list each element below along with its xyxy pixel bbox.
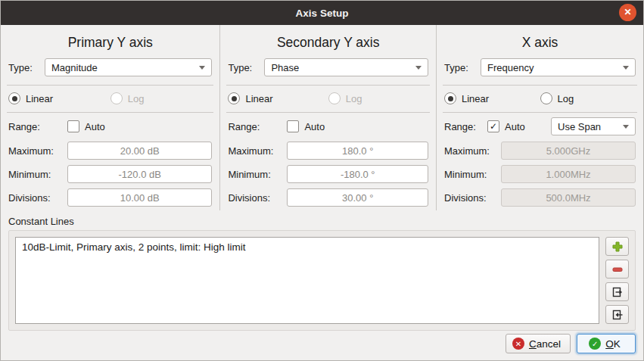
x-linear-radio[interactable]: Linear [444,92,540,104]
axis-columns: Primary Y axis Type: Magnitude Linear Lo… [1,25,643,210]
secondary-y-maximum-input[interactable] [287,142,428,160]
maximum-label: Maximum: [444,145,501,157]
chevron-down-icon [415,66,422,70]
close-icon: ✕ [624,4,631,21]
secondary-y-divisions-input[interactable] [287,188,428,207]
minimum-label: Minimum: [8,169,67,180]
constant-lines-toolbar [605,237,629,324]
primary-y-axis-section: Primary Y axis Type: Magnitude Linear Lo… [1,25,220,210]
secondary-y-minimum-input[interactable] [287,165,428,183]
export-lines-button[interactable] [605,282,629,301]
x-type-value: Frequency [487,62,534,73]
secondary-y-auto-checkbox[interactable]: Auto [287,120,325,132]
divider [226,112,430,113]
primary-y-axis-title: Primary Y axis [1,34,219,51]
x-span-value: Use Span [558,121,601,132]
divider [226,85,430,86]
range-label: Range: [8,121,67,132]
primary-y-linear-radio[interactable]: Linear [8,92,110,104]
cancel-button[interactable]: ✕ Cancel [506,334,571,353]
primary-y-log-radio: Log [110,92,145,104]
x-divisions-input [501,188,636,207]
secondary-y-log-radio: Log [328,92,362,104]
auto-label: Auto [304,121,325,132]
export-icon [611,285,624,299]
minimum-label: Minimum: [444,169,501,180]
ok-label: OK [605,338,621,350]
radio-icon [540,92,552,104]
auto-label: Auto [505,121,525,132]
type-label: Type: [8,62,45,73]
secondary-y-type-value: Phase [271,62,299,73]
import-lines-button[interactable] [605,305,629,324]
auto-label: Auto [85,121,105,132]
import-icon [611,308,624,322]
secondary-y-axis-title: Secondary Y axis [220,34,436,51]
x-axis-title: X axis [437,34,643,51]
radio-icon [328,92,341,104]
secondary-y-linear-radio[interactable]: Linear [228,92,328,104]
constant-lines-label: Constant Lines [8,216,643,227]
minimum-label: Minimum: [228,169,287,180]
maximum-label: Maximum: [8,145,67,157]
secondary-y-axis-section: Secondary Y axis Type: Phase Linear Log [220,25,437,210]
x-minimum-input [501,165,636,183]
log-label: Log [128,93,145,104]
x-type-dropdown[interactable]: Frequency [481,58,636,76]
divider [7,112,213,113]
chevron-down-icon [623,66,629,70]
add-line-button[interactable] [605,237,629,256]
checkbox-checked-icon: ✓ [487,120,499,132]
cancel-label: Cancel [529,338,561,350]
plus-icon [611,240,624,254]
divider [443,85,637,86]
type-label: Type: [228,62,264,73]
cancel-icon: ✕ [512,338,524,350]
footer: ✕ Cancel ✓ OK [1,327,643,360]
x-span-dropdown[interactable]: Use Span [551,117,636,135]
chevron-down-icon [623,125,629,129]
ok-icon: ✓ [589,338,601,350]
divisions-label: Divisions: [228,192,287,204]
ok-button[interactable]: ✓ OK [577,334,636,353]
constant-lines-list[interactable]: 10dB-Limit, Primary axis, 2 points, limi… [15,237,599,324]
type-label: Type: [444,62,481,73]
primary-y-divisions-input[interactable] [67,188,212,207]
x-auto-checkbox[interactable]: ✓ Auto [487,120,525,132]
primary-y-maximum-input[interactable] [67,142,212,160]
primary-y-minimum-input[interactable] [67,165,212,183]
linear-label: Linear [26,93,53,104]
minus-icon [611,263,624,276]
window-title: Axis Setup [296,8,349,19]
range-label: Range: [228,121,287,132]
axis-setup-dialog: Axis Setup ✕ Primary Y axis Type: Magnit… [0,0,644,361]
list-item[interactable]: 10dB-Limit, Primary axis, 2 points, limi… [22,241,593,253]
checkbox-icon [67,120,79,132]
primary-y-type-dropdown[interactable]: Magnitude [45,58,212,76]
x-maximum-input [501,142,636,160]
log-label: Log [558,93,574,104]
constant-lines-frame: 10dB-Limit, Primary axis, 2 points, limi… [8,230,636,331]
maximum-label: Maximum: [228,145,287,157]
primary-y-type-value: Magnitude [51,62,98,73]
linear-label: Linear [462,93,489,104]
checkbox-icon [287,120,299,132]
radio-icon [110,92,123,104]
range-label: Range: [444,121,487,132]
x-log-radio[interactable]: Log [540,92,574,104]
linear-label: Linear [245,93,272,104]
remove-line-button[interactable] [605,260,629,279]
secondary-y-type-dropdown[interactable]: Phase [264,58,428,76]
radio-selected-icon [8,92,20,104]
x-axis-section: X axis Type: Frequency Linear Log [437,25,643,210]
radio-selected-icon [444,92,456,104]
radio-selected-icon [228,92,240,104]
close-button[interactable]: ✕ [619,4,636,21]
divisions-label: Divisions: [8,192,67,204]
primary-y-auto-checkbox[interactable]: Auto [67,120,105,132]
titlebar: Axis Setup ✕ [1,1,643,25]
log-label: Log [346,93,362,104]
divider [443,112,637,113]
divisions-label: Divisions: [444,192,501,204]
divider [7,85,213,86]
